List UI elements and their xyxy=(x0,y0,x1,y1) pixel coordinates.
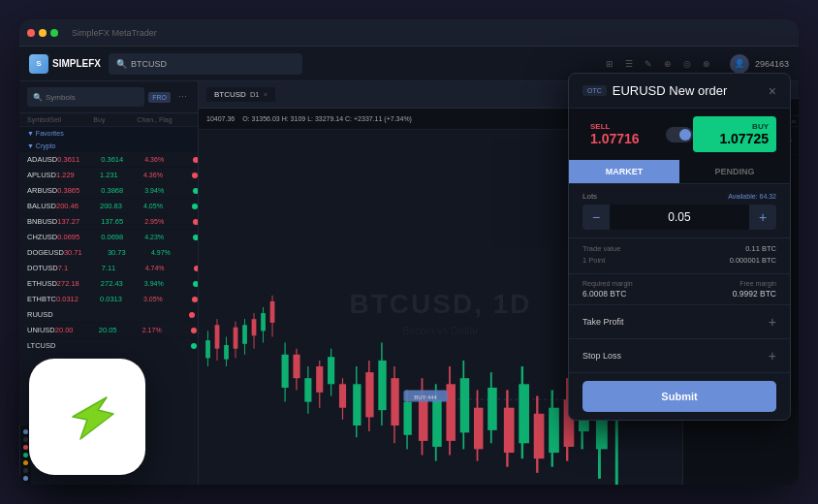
minimize-dot[interactable] xyxy=(39,29,47,37)
order-title-area: OTC EURUSD New order xyxy=(582,83,727,98)
svg-rect-37 xyxy=(403,402,411,435)
svg-rect-5 xyxy=(224,345,229,360)
color-indicator xyxy=(193,219,198,225)
toolbar-icon-2[interactable]: ☰ xyxy=(621,56,637,72)
toolbar-icon-6[interactable]: ⊗ xyxy=(699,56,714,72)
tab-pending[interactable]: PENDING xyxy=(679,160,790,183)
toolbar-icon-1[interactable]: ⊞ xyxy=(602,56,617,72)
svg-rect-13 xyxy=(261,313,266,331)
required-margin-block: Required margin 6.0008 BTC xyxy=(582,280,633,299)
lots-minus-button[interactable]: − xyxy=(582,205,610,230)
sidebar-filter-icon[interactable]: ⋯ xyxy=(174,89,190,105)
toolbar-icons: ⊞ ☰ ✎ ⊕ ◎ ⊗ xyxy=(602,56,714,72)
buy-side[interactable]: BUY 1.07725 xyxy=(693,116,776,152)
color-indicator xyxy=(192,297,198,302)
app-icon xyxy=(29,359,145,475)
svg-rect-9 xyxy=(242,325,247,344)
list-item[interactable]: UNIUSD 20.00 20.05 2.17% xyxy=(19,323,198,338)
chart-ohlc: O: 31356.03 H: 3109 L: 33279.14 C: +2337… xyxy=(242,115,412,122)
list-item[interactable]: CHZUSD 0.0695 0.0698 4.23% xyxy=(19,230,198,245)
list-item[interactable]: ETHBTC 0.0312 0.0313 3.05% xyxy=(19,292,198,307)
svg-rect-39 xyxy=(419,396,428,441)
tool-dot-3[interactable] xyxy=(23,445,28,450)
trade-value-row: Trade value 0.11 BTC xyxy=(582,244,776,253)
required-margin-label: Required margin xyxy=(582,280,633,287)
order-title: EURUSD New order xyxy=(613,83,727,98)
window-title: SimpleFX MetaTrader xyxy=(72,28,157,38)
color-indicator xyxy=(193,281,198,287)
svg-rect-47 xyxy=(474,408,484,450)
toolbar-icon-4[interactable]: ⊕ xyxy=(660,56,676,72)
tool-dot-7[interactable] xyxy=(23,476,28,481)
list-item[interactable]: LTCUSD xyxy=(19,338,198,354)
take-profit-row[interactable]: Take Profit + xyxy=(569,305,790,339)
free-margin-block: Free margin 0.9992 BTC xyxy=(733,280,776,299)
stop-loss-expand-icon: + xyxy=(769,348,776,363)
list-item[interactable]: BALUSD 200.46 200.83 4.05% xyxy=(19,199,198,214)
point-label: 1 Point xyxy=(582,256,605,265)
tool-dot-1[interactable] xyxy=(23,429,28,434)
buy-label: BUY xyxy=(701,122,769,131)
app-icon-svg xyxy=(53,383,121,451)
close-tab-icon[interactable]: × xyxy=(263,90,267,99)
col-symbol: Symbol xyxy=(27,116,49,123)
color-indicator xyxy=(194,266,198,271)
list-item[interactable]: ADAUSD 0.3611 0.3614 4.36% xyxy=(19,152,198,168)
list-item[interactable]: ARBUSD 0.3865 0.3868 3.94% xyxy=(19,183,198,199)
required-margin-value: 6.0008 BTC xyxy=(582,289,633,299)
sidebar-search[interactable]: 🔍 xyxy=(27,87,144,107)
toggle-thumb xyxy=(679,129,691,141)
symbol-search[interactable]: 🔍 xyxy=(109,53,302,75)
color-indicator xyxy=(192,204,198,209)
toolbar-icon-5[interactable]: ◎ xyxy=(679,56,695,72)
lots-plus-button[interactable]: + xyxy=(749,205,776,230)
favorites-label: ▼ Favorites xyxy=(27,130,190,137)
color-indicator xyxy=(192,173,198,178)
tab-market[interactable]: MARKET xyxy=(569,160,679,183)
point-row: 1 Point 0.000001 BTC xyxy=(582,256,776,265)
svg-rect-3 xyxy=(215,325,220,348)
list-item[interactable]: DOTUSD 7.1 7.11 4.74% xyxy=(19,261,198,276)
title-bar: SimpleFX MetaTrader xyxy=(19,19,799,47)
svg-rect-27 xyxy=(339,384,346,407)
toolbar-icon-3[interactable]: ✎ xyxy=(641,56,656,72)
crypto-label: ▼ Crypto xyxy=(27,142,190,149)
list-item[interactable]: BNBUSD 137.27 137.65 2.95% xyxy=(19,214,198,230)
list-item[interactable]: APLUSD 1.229 1.231 4.36% xyxy=(19,168,198,183)
forex-badge: FRO xyxy=(148,92,171,103)
search-input[interactable] xyxy=(131,59,295,69)
close-dot[interactable] xyxy=(27,29,35,37)
lots-available: Available: 64.32 xyxy=(728,193,776,200)
submit-button[interactable]: Submit xyxy=(582,381,776,412)
svg-rect-57 xyxy=(549,408,559,453)
stop-loss-row[interactable]: Stop Loss + xyxy=(569,339,790,373)
chart-symbol-tab[interactable]: BTCUSD D1 × xyxy=(206,87,275,102)
sell-label: SELL xyxy=(590,122,658,131)
stop-loss-label: Stop Loss xyxy=(582,351,621,361)
svg-rect-19 xyxy=(293,355,299,378)
tool-dot-5[interactable] xyxy=(23,460,28,465)
svg-rect-41 xyxy=(432,399,442,447)
maximize-dot[interactable] xyxy=(50,29,58,37)
sidebar-header: 🔍 FRO ⋯ xyxy=(19,81,198,113)
trade-value-label: Trade value xyxy=(582,244,620,253)
list-item[interactable]: RUUSD xyxy=(19,307,198,323)
order-header: OTC EURUSD New order × xyxy=(569,74,790,109)
tool-dot-2[interactable] xyxy=(23,437,28,442)
sidebar-search-input[interactable] xyxy=(46,93,139,102)
logo-text: SIMPLEFX xyxy=(52,58,101,69)
trade-value: 0.11 BTC xyxy=(745,244,776,253)
list-item[interactable]: ETHUSD 272.18 272.43 3.94% xyxy=(19,276,198,292)
svg-rect-35 xyxy=(391,378,398,425)
svg-rect-49 xyxy=(488,388,497,430)
svg-rect-25 xyxy=(328,357,334,384)
svg-rect-29 xyxy=(353,384,361,425)
sidebar-search-icon: 🔍 xyxy=(33,93,43,102)
buy-sell-toggle[interactable] xyxy=(666,127,693,142)
tool-dot-6[interactable] xyxy=(23,468,28,473)
tool-dot-4[interactable] xyxy=(23,453,28,457)
search-icon: 🔍 xyxy=(116,59,127,69)
svg-rect-53 xyxy=(519,384,529,443)
close-order-button[interactable]: × xyxy=(769,84,776,98)
list-item[interactable]: DOGEUSD 30.71 30.73 4.97% xyxy=(19,245,198,261)
